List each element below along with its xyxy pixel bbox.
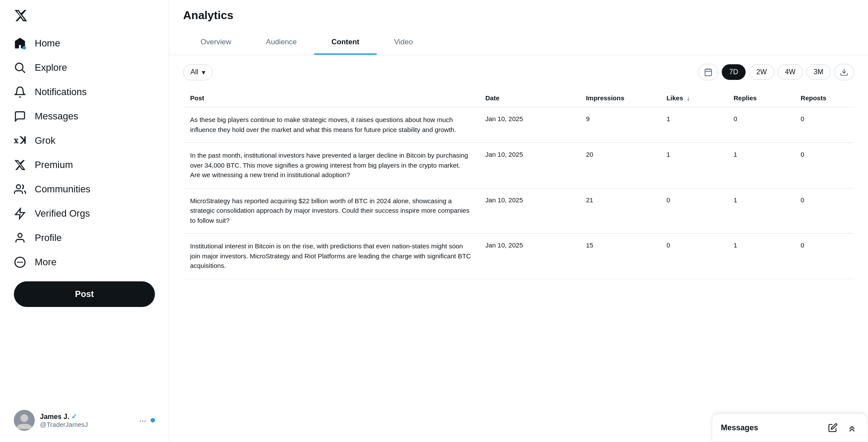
post-impressions: 20 — [579, 143, 660, 188]
verified-icon: ✓ — [71, 412, 77, 421]
svg-point-0 — [16, 63, 23, 71]
post-replies: 1 — [727, 188, 794, 234]
post-likes: 0 — [660, 188, 727, 234]
post-replies: 1 — [727, 234, 794, 279]
post-impressions: 15 — [579, 234, 660, 279]
tab-audience[interactable]: Audience — [249, 31, 314, 55]
sidebar-item-grok[interactable]: 𝕏 ꓘ Grok — [7, 129, 162, 153]
sidebar-item-label: Explore — [35, 62, 67, 73]
svg-text:𝕏: 𝕏 — [14, 139, 19, 145]
tab-content[interactable]: Content — [314, 31, 377, 55]
post-replies: 0 — [727, 107, 794, 143]
collapse-widget-button[interactable] — [845, 421, 859, 435]
time-btn-2w[interactable]: 2W — [749, 64, 774, 80]
time-btn-7d[interactable]: 7D — [722, 64, 745, 80]
table-row[interactable]: In the past month, institutional investo… — [183, 143, 854, 188]
sidebar-item-label: Messages — [35, 111, 78, 122]
post-impressions: 9 — [579, 107, 660, 143]
svg-point-3 — [16, 185, 20, 189]
svg-marker-4 — [16, 208, 25, 218]
post-button[interactable]: Post — [14, 281, 155, 307]
sidebar-item-label: Profile — [35, 232, 62, 244]
toolbar-row: All ▾ 7D 2W 4W 3M — [183, 64, 854, 80]
col-header-replies: Replies — [727, 89, 794, 107]
post-text: As these big players continue to make st… — [183, 107, 478, 143]
user-handle: @TraderJamesJ — [40, 421, 134, 428]
table-row[interactable]: As these big players continue to make st… — [183, 107, 854, 143]
time-btn-3m[interactable]: 3M — [806, 64, 831, 80]
user-name: James J. ✓ — [40, 412, 134, 421]
table-row[interactable]: Institutional interest in Bitcoin is on … — [183, 234, 854, 279]
sort-down-icon: ↓ — [687, 94, 690, 102]
post-text: In the past month, institutional investo… — [183, 143, 478, 188]
logo[interactable] — [7, 3, 162, 30]
sidebar-item-explore[interactable]: Explore — [7, 56, 162, 80]
sidebar-item-label: Verified Orgs — [35, 208, 90, 219]
post-likes: 0 — [660, 234, 727, 279]
compose-message-button[interactable] — [826, 421, 840, 435]
sidebar-item-notifications[interactable]: Notifications — [7, 80, 162, 104]
user-profile-row[interactable]: James J. ✓ @TraderJamesJ ··· — [7, 406, 162, 435]
post-date: Jan 10, 2025 — [478, 143, 579, 188]
messages-icon — [14, 110, 26, 122]
analytics-table: Post Date Impressions Likes ↓ Replies — [183, 89, 854, 279]
sidebar: Home Explore Notifications Messages 𝕏 — [0, 0, 169, 442]
sidebar-item-label: Communities — [35, 184, 90, 195]
post-text: Institutional interest in Bitcoin is on … — [183, 234, 478, 279]
svg-rect-12 — [705, 69, 712, 76]
tab-overview[interactable]: Overview — [183, 31, 249, 55]
chevron-down-icon: ▾ — [202, 68, 205, 76]
communities-icon — [14, 183, 26, 195]
messages-widget-title: Messages — [721, 423, 758, 432]
sidebar-item-premium[interactable]: Premium — [7, 153, 162, 177]
sidebar-item-label: Notifications — [35, 86, 87, 98]
more-icon — [14, 256, 26, 268]
svg-point-11 — [20, 414, 28, 422]
sidebar-item-more[interactable]: More — [7, 250, 162, 274]
grok-icon: 𝕏 ꓘ — [14, 135, 26, 147]
filter-dropdown[interactable]: All ▾ — [183, 64, 213, 80]
sidebar-item-label: More — [35, 257, 56, 268]
page-title: Analytics — [183, 9, 854, 22]
download-button[interactable] — [834, 64, 854, 80]
post-replies: 1 — [727, 143, 794, 188]
post-reposts: 0 — [794, 188, 854, 234]
sidebar-item-communities[interactable]: Communities — [7, 177, 162, 201]
calendar-button[interactable] — [698, 64, 718, 80]
content-area: All ▾ 7D 2W 4W 3M — [169, 55, 868, 442]
notification-dot — [151, 418, 155, 422]
post-date: Jan 10, 2025 — [478, 234, 579, 279]
explore-icon — [14, 62, 26, 74]
col-header-likes[interactable]: Likes ↓ — [660, 89, 727, 107]
sidebar-nav: Home Explore Notifications Messages 𝕏 — [7, 31, 162, 274]
post-reposts: 0 — [794, 234, 854, 279]
col-header-post: Post — [183, 89, 478, 107]
user-info: James J. ✓ @TraderJamesJ — [40, 412, 134, 428]
main-content: Analytics Overview Audience Content Vide… — [169, 0, 868, 442]
time-btn-4w[interactable]: 4W — [778, 64, 803, 80]
messages-widget-icons — [826, 421, 859, 435]
profile-icon — [14, 232, 26, 244]
notifications-icon — [14, 86, 26, 98]
sidebar-item-profile[interactable]: Profile — [7, 226, 162, 250]
tabs-row: Overview Audience Content Video — [183, 31, 854, 55]
post-reposts: 0 — [794, 143, 854, 188]
sidebar-item-home[interactable]: Home — [7, 31, 162, 56]
tab-video[interactable]: Video — [377, 31, 430, 55]
sidebar-item-messages[interactable]: Messages — [7, 104, 162, 129]
col-header-date: Date — [478, 89, 579, 107]
sidebar-item-label: Home — [35, 38, 60, 49]
messages-widget: Messages — [712, 413, 868, 442]
sidebar-item-label: Grok — [35, 135, 56, 146]
post-likes: 1 — [660, 107, 727, 143]
col-header-reposts: Reposts — [794, 89, 854, 107]
sidebar-item-label: Premium — [35, 159, 73, 171]
post-reposts: 0 — [794, 107, 854, 143]
post-date: Jan 10, 2025 — [478, 188, 579, 234]
home-icon — [14, 37, 26, 49]
user-menu-dots[interactable]: ··· — [139, 416, 146, 426]
post-impressions: 21 — [579, 188, 660, 234]
sidebar-item-verified-orgs[interactable]: Verified Orgs — [7, 201, 162, 226]
table-row[interactable]: MicroStrategy has reported acquiring $22… — [183, 188, 854, 234]
premium-icon — [14, 159, 26, 171]
